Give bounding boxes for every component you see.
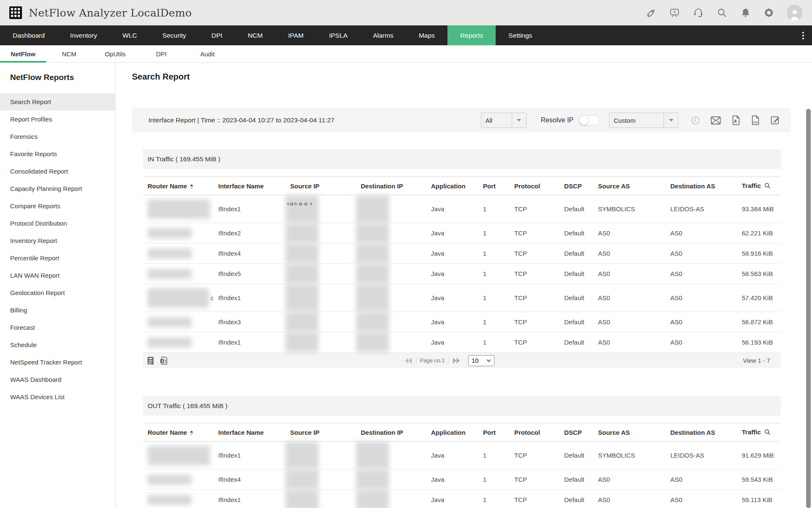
nav-tab-reports[interactable]: Reports <box>447 25 496 45</box>
column-header-destination-ip[interactable]: Destination IP <box>356 423 426 442</box>
sidebar-item-lan-wan-report[interactable]: LAN WAN Report <box>0 267 115 284</box>
sidebar-item-percentile-report[interactable]: Percentile Report <box>0 249 115 267</box>
sidebar-item-billing[interactable]: Billing <box>0 301 115 319</box>
column-header-dscp[interactable]: DSCP <box>560 423 593 442</box>
next-page-icon[interactable] <box>452 357 461 364</box>
cell-traffic: 62.221 KiB <box>737 223 781 243</box>
sidebar-item-favorite-reports[interactable]: Favorite Reports <box>0 145 115 163</box>
sidebar-item-forensics[interactable]: Forensics <box>0 128 115 145</box>
column-header-source-ip[interactable]: Source IP <box>285 177 356 195</box>
sidebar-item-waas-devices-list[interactable]: WAAS Devices List <box>0 388 115 406</box>
page-size-select[interactable]: 10 <box>468 355 494 366</box>
column-header-interface-name[interactable]: Interface Name <box>214 177 285 195</box>
column-header-application[interactable]: Application <box>426 423 478 442</box>
column-header-protocol[interactable]: Protocol <box>510 177 560 195</box>
cell-protocol: TCP <box>510 264 560 284</box>
first-page-icon[interactable] <box>404 357 413 364</box>
sidebar-item-search-report[interactable]: Search Report <box>0 93 115 110</box>
time-range-dropdown[interactable]: Custom <box>609 113 678 128</box>
column-search-icon[interactable] <box>764 429 771 436</box>
page-title: Search Report <box>132 72 812 82</box>
support-headset-icon[interactable] <box>693 7 704 18</box>
column-header-port[interactable]: Port <box>478 423 510 442</box>
edit-report-icon[interactable] <box>770 115 781 126</box>
column-header-traffic[interactable]: Traffic <box>737 423 781 442</box>
summary-view-icon[interactable] <box>146 356 155 365</box>
column-header-interface-name[interactable]: Interface Name <box>214 423 285 442</box>
settings-gear-icon[interactable] <box>764 8 774 18</box>
nav-tab-ipam[interactable]: IPAM <box>275 25 316 45</box>
sidebar-item-netspeed-tracker-report[interactable]: NetSpeed Tracker Report <box>0 353 115 371</box>
column-header-application[interactable]: Application <box>426 177 478 195</box>
redacted-source-ip <box>285 469 318 489</box>
nav-tab-maps[interactable]: Maps <box>406 25 447 45</box>
column-header-source-as[interactable]: Source AS <box>593 177 666 195</box>
csv-export-icon[interactable]: csv <box>750 115 760 126</box>
cell-source-as: AS0 <box>593 284 666 312</box>
sidebar-item-compare-reports[interactable]: Compare Reports <box>0 197 115 215</box>
rocket-icon[interactable] <box>645 7 656 18</box>
tab-oputils[interactable]: OpUtils <box>92 45 138 62</box>
tab-dpi[interactable]: DPI <box>138 45 184 62</box>
tab-netflow[interactable]: NetFlow <box>0 45 46 62</box>
sidebar-item-forecast[interactable]: Forecast <box>0 319 115 336</box>
overflow-menu-icon[interactable] <box>798 25 809 45</box>
resolve-ip-toggle[interactable] <box>579 115 600 126</box>
column-header-destination-as[interactable]: Destination AS <box>666 423 737 442</box>
column-search-icon[interactable] <box>764 183 771 190</box>
cell-source-ip: 192.9.9.1 <box>285 195 356 223</box>
sidebar-item-capacity-planning-report[interactable]: Capacity Planning Report <box>0 180 115 197</box>
nav-tab-ipsla[interactable]: IPSLA <box>316 25 360 45</box>
sidebar-item-consolidated-report[interactable]: Consolidated Report <box>0 163 115 180</box>
tab-ncm[interactable]: NCM <box>46 45 92 62</box>
cell-traffic: 91.629 MiB <box>737 442 781 469</box>
nav-tab-settings[interactable]: Settings <box>496 25 545 45</box>
column-header-source-as[interactable]: Source AS <box>593 423 666 442</box>
column-header-destination-ip[interactable]: Destination IP <box>356 177 426 195</box>
clock-icon[interactable] <box>690 115 701 126</box>
nav-tab-security[interactable]: Security <box>150 25 199 45</box>
excel-export-icon[interactable]: X <box>159 356 168 365</box>
sidebar-item-schedule[interactable]: Schedule <box>0 336 115 353</box>
column-header-dscp[interactable]: DSCP <box>560 177 593 195</box>
column-header-router-name[interactable]: Router Name <box>143 423 214 442</box>
sidebar-item-protocol-distribution[interactable]: Protocol Distribution <box>0 215 115 232</box>
pdf-export-icon[interactable] <box>731 115 741 126</box>
cell-traffic: 59.113 KiB <box>737 490 781 508</box>
column-header-protocol[interactable]: Protocol <box>510 423 560 442</box>
column-header-port[interactable]: Port <box>478 177 510 195</box>
nav-tab-inventory[interactable]: Inventory <box>58 25 110 45</box>
sidebar-item-waas-dashboard[interactable]: WAAS Dashboard <box>0 371 115 388</box>
user-avatar[interactable] <box>787 5 803 21</box>
nav-tab-alarms[interactable]: Alarms <box>360 25 406 45</box>
interval-dropdown[interactable]: All <box>481 113 527 128</box>
notifications-bell-icon[interactable] <box>740 7 751 18</box>
demo-video-icon[interactable] <box>669 7 680 18</box>
column-header-traffic[interactable]: Traffic <box>737 177 781 195</box>
main-content: Search Report Interface Report | Time ::… <box>115 63 812 508</box>
cell-port: 1 <box>478 490 510 508</box>
search-icon[interactable] <box>716 7 727 18</box>
cell-source-ip <box>285 469 356 490</box>
cell-source-as: AS0 <box>593 243 666 264</box>
sidebar-item-geolocation-report[interactable]: Geolocation Report <box>0 284 115 301</box>
sidebar-item-inventory-report[interactable]: Inventory Report <box>0 232 115 249</box>
apps-grid-icon[interactable] <box>9 6 22 19</box>
cell-application: Java <box>426 332 478 353</box>
nav-tab-dpi[interactable]: DPI <box>199 25 235 45</box>
cell-destination-ip <box>356 284 426 312</box>
nav-tab-ncm[interactable]: NCM <box>235 25 275 45</box>
column-header-router-name[interactable]: Router Name <box>143 177 214 195</box>
column-header-destination-as[interactable]: Destination AS <box>666 177 737 195</box>
vertical-scrollbar[interactable] <box>806 109 811 508</box>
nav-tab-dashboard[interactable]: Dashboard <box>0 25 58 45</box>
column-header-source-ip[interactable]: Source IP <box>285 423 356 442</box>
nav-tab-wlc[interactable]: WLC <box>110 25 150 45</box>
cell-application: Java <box>426 223 478 243</box>
sidebar-item-report-profiles[interactable]: Report Profiles <box>0 110 115 128</box>
cell-dscp: Default <box>560 490 593 508</box>
redacted-router-name <box>148 475 192 485</box>
email-icon[interactable] <box>710 115 721 126</box>
out-traffic-table: Router NameInterface NameSource IPDestin… <box>143 423 781 508</box>
tab-audit[interactable]: Audit <box>184 45 230 62</box>
